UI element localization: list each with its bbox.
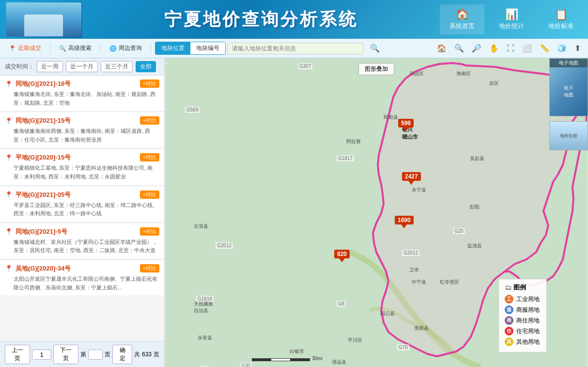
- legend-other: 其 其他用地: [505, 337, 541, 346]
- nav-standard[interactable]: 📋 地价标准: [539, 4, 583, 34]
- page-suffix: 页: [105, 351, 110, 359]
- county-mindong: 民勤县: [384, 114, 398, 121]
- elec-map-content: 电子地图: [564, 85, 573, 98]
- item-title: 📍 同地(G)[2021]-16号: [5, 80, 159, 88]
- compare-badge[interactable]: +对比: [140, 227, 159, 236]
- header: 宁夏地价查询分析系统 🏠 系统首页 📊 地价统计 📋 地价标准: [0, 0, 588, 39]
- advanced-search-button[interactable]: 🔍 高级搜索: [54, 42, 96, 54]
- map-pin-1690[interactable]: 1690: [395, 216, 414, 228]
- legend-industrial-icon: 工: [505, 295, 513, 303]
- pin-value-1690: 1690: [395, 216, 414, 224]
- district-hongsibao: 红寺堡区: [440, 279, 459, 286]
- filter-3months[interactable]: 近三个月: [101, 61, 133, 72]
- filter-bar: 成交时间： 近一周 近一个月 近三个月 全部: [0, 58, 164, 76]
- elec-map-thumbnail[interactable]: 电子地图 电子地图: [549, 58, 588, 116]
- county-yongning: 永宁县: [412, 187, 426, 193]
- road-label-g6: G6: [337, 301, 346, 307]
- legend-other-icon: 其: [505, 337, 513, 346]
- map-select-button[interactable]: ⬜: [519, 42, 535, 54]
- item-desc: 宁夏精细化工基地, 东至：宁夏思科达生物科技有限公司, 南至：未利用地, 西至：…: [5, 164, 159, 181]
- prev-page-button[interactable]: 上一页: [5, 345, 30, 364]
- main-content: 成交时间： 近一周 近一个月 近三个月 全部 📍 同地(G)[2021]-16号…: [0, 58, 588, 367]
- next-page-button[interactable]: 下一页: [53, 345, 78, 364]
- pin-dot-599: [403, 128, 409, 131]
- map-zoom-out-button[interactable]: 🔎: [468, 42, 485, 54]
- list-item[interactable]: 📍 平地(G)[2021]-05号 +对比 平罗县工业园区, 东至：经三路中心线…: [0, 187, 164, 223]
- compare-badge[interactable]: +对比: [140, 153, 159, 161]
- item-desc: 豫海镇豫海北街, 东至：豫海北街、加油站, 南至：规划路, 西至：规划路, 北至…: [5, 90, 159, 107]
- item-id: 吴地(G)[2020]-34号: [15, 264, 71, 273]
- map-measure-button[interactable]: 📏: [536, 42, 553, 54]
- map-pin-599[interactable]: 599: [398, 119, 414, 131]
- recent-deals-label: 近期成交: [18, 44, 41, 52]
- filter-week[interactable]: 近一周: [37, 61, 63, 72]
- nav-home[interactable]: 🏠 系统首页: [440, 4, 484, 34]
- list-item[interactable]: 📍 平地(G)[2020]-15号 +对比 宁夏精细化工基地, 东至：宁夏思科达…: [0, 149, 164, 185]
- legend-residential: 住 住宅用地: [505, 327, 541, 335]
- tab-parcel[interactable]: 地块编号: [190, 42, 225, 54]
- list-item[interactable]: 📍 吴地(G)[2020]-34号 +对比 太阳山开发区宁夏晟丰元化工有限公司南…: [0, 260, 164, 296]
- legend-title-text: 图例: [513, 283, 526, 292]
- map-overlay-button[interactable]: 图形叠加: [358, 63, 394, 75]
- map-home-button[interactable]: 🏠: [433, 42, 450, 54]
- search-input[interactable]: [228, 43, 363, 54]
- legend-commercial-label: 商住用地: [516, 317, 540, 325]
- logo-image: [6, 2, 81, 36]
- item-pin-icon: 📍: [5, 191, 13, 198]
- logo-building: [24, 15, 63, 36]
- compare-badge[interactable]: +对比: [140, 116, 159, 125]
- map-tools: 🏠 🔍 🔎 ✋ ⛶ ⬜ 📏 🧊 ⬆: [433, 42, 584, 54]
- compare-badge[interactable]: +对比: [140, 264, 159, 272]
- map-3d-button[interactable]: 🧊: [554, 42, 570, 54]
- road-label-g1817: G1817: [337, 155, 354, 161]
- legend-icon: 🗂: [505, 284, 511, 291]
- road-label-g2012top: [165, 63, 168, 64]
- list-item[interactable]: 📍 同地(G)[2021]-16号 +对比 豫海镇豫海北街, 东至：豫海北街、加…: [0, 76, 164, 112]
- compare-badge[interactable]: +对比: [140, 80, 159, 88]
- filter-month[interactable]: 近一个月: [66, 61, 98, 72]
- list-item[interactable]: 📍 同地(G)[2021]-15号 +对比 豫海镇豫海南街西侧, 东至：豫海南街…: [0, 112, 164, 148]
- nearby-query-label: 周边查询: [119, 44, 142, 52]
- item-desc: 太阳山开发区宁夏晟丰元化工有限公司南侧、宁夏上能石化有限公司西侧、东庙街北侧, …: [5, 275, 159, 292]
- district-nongqu: 农区: [489, 80, 499, 87]
- compare-badge[interactable]: +对比: [140, 191, 159, 199]
- list-item[interactable]: 📍 同地(G)[2021]-5号 +对比 豫海镇城北村、富兴社区（宁夏同心工业园…: [0, 223, 164, 259]
- map-pin-2427[interactable]: 2427: [402, 172, 421, 185]
- county-alashanmeng: 阿拉善: [346, 138, 361, 145]
- item-desc: 豫海镇城北村、富兴社区（宁夏同心工业园区羊绒产业园），东至：居民住宅, 南至：空…: [5, 238, 159, 255]
- divider2: [100, 44, 101, 53]
- map-zoom-in-button[interactable]: 🔍: [451, 42, 467, 54]
- legend-commercial: 商 商住用地: [505, 316, 541, 325]
- map-pan-button[interactable]: ✋: [486, 42, 502, 54]
- nav-standard-label: 地价标准: [548, 22, 573, 31]
- divider1: [50, 44, 50, 53]
- search-icon: 🔍: [59, 45, 66, 52]
- nearby-query-button[interactable]: 🌐 周边查询: [105, 42, 147, 54]
- filter-all[interactable]: 全部: [136, 61, 156, 72]
- goto-page-input[interactable]: [88, 350, 103, 360]
- elec-map-label: 电子地图: [550, 59, 588, 67]
- pin-dot-1690: [401, 224, 407, 228]
- road-label-g20: G20: [453, 228, 465, 234]
- toolbar: 📍 近期成交 🔍 高级搜索 🌐 周边查询 地块位置 地块编号 🔍 🏠 🔍 🔎 ✋…: [0, 39, 588, 58]
- legend-commercial-service-label: 商服用地: [516, 306, 540, 314]
- page-input[interactable]: [32, 350, 51, 360]
- search-submit-button[interactable]: 🔍: [365, 42, 385, 55]
- recent-deals-button[interactable]: 📍 近期成交: [4, 42, 46, 54]
- page-prefix: 第: [80, 351, 86, 359]
- legend-title: 🗂 图例: [505, 283, 541, 292]
- nav-stats[interactable]: 📊 地价统计: [489, 4, 534, 34]
- map-fullextent-button[interactable]: ⛶: [503, 43, 518, 54]
- goto-confirm-button[interactable]: 确定: [112, 345, 132, 364]
- item-id: 平地(G)[2020]-15号: [15, 153, 71, 162]
- legend-box: 🗂 图例 工 工业用地 服 商服用地 商 商住用地 住 住宅用地 其 其他用地: [498, 279, 547, 352]
- tab-location[interactable]: 地块位置: [155, 42, 190, 54]
- map-pin-820[interactable]: 820: [334, 250, 350, 262]
- item-title: 📍 平地(G)[2020]-15号: [5, 153, 159, 162]
- scale-seg3: [291, 358, 310, 361]
- map-area[interactable]: 图形叠加 G307 G569 G1817 G2012 G2012 G1816 G…: [165, 58, 588, 367]
- map-export-button[interactable]: ⬆: [571, 42, 584, 54]
- pin-dot-820: [339, 258, 345, 262]
- globe-icon: 🌐: [109, 45, 117, 52]
- price-compare-thumbnail[interactable]: 地价比较: [549, 121, 588, 150]
